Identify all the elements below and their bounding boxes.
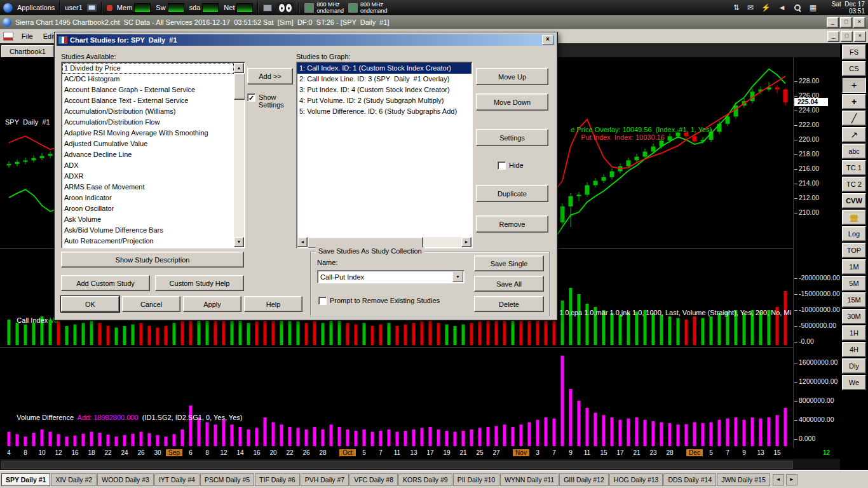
available-study-item[interactable]: Accumulation/Distribution (Williams) xyxy=(62,106,234,117)
tool-calendar-icon[interactable]: ▦ xyxy=(842,210,866,225)
tool-tf-we-button[interactable]: We xyxy=(842,375,866,390)
delete-button[interactable]: Delete xyxy=(474,296,544,312)
combobox-dropdown-icon[interactable]: ▼ xyxy=(452,271,463,282)
available-study-item[interactable]: AC/DC Histogram xyxy=(62,74,234,85)
apply-button[interactable]: Apply xyxy=(183,296,241,312)
chart-tab-11[interactable]: WYNN Daily #11 xyxy=(500,473,559,486)
chart-tab-12[interactable]: GIII Daily #12 xyxy=(559,473,609,486)
tool-log-button[interactable]: Log xyxy=(842,226,866,241)
graph-study-item[interactable]: 4: Put Volume. ID: 2 (Study Subgraph Mul… xyxy=(297,95,471,106)
scrollbar-thumb[interactable] xyxy=(234,73,245,100)
available-study-item[interactable]: Account Balance Text - External Service xyxy=(62,95,234,106)
available-study-item[interactable]: 1 Divided by Price xyxy=(62,63,234,74)
scroll-left-arrow[interactable]: ◄ xyxy=(297,237,308,247)
chart-tab-14[interactable]: DDS Daily #14 xyxy=(663,473,716,486)
cpu-frequency-applet-1[interactable]: 800 MHzondemand xyxy=(304,1,344,14)
minimize-button[interactable]: _ xyxy=(827,17,839,28)
available-study-item[interactable]: Account Balance Graph - External Service xyxy=(62,85,234,95)
save-single-button[interactable]: Save Single xyxy=(474,255,544,271)
available-study-item[interactable]: Adjusted Cumulative Value xyxy=(62,139,234,149)
tool-plus-tool-icon[interactable]: + xyxy=(842,94,866,109)
graph-study-item[interactable]: 1: Call Index. ID: 1 (Custom Stock Index… xyxy=(297,63,471,74)
tool-tc1-button[interactable]: TC 1 xyxy=(842,160,866,175)
chart-window-icon[interactable] xyxy=(3,32,13,41)
available-study-item[interactable]: Aroon Indicator xyxy=(62,193,234,203)
chart-tab-6[interactable]: TIF Daily #6 xyxy=(255,473,300,486)
window-titlebar[interactable]: Sierra Chart 1495 Chartbook2.cht SC Data… xyxy=(0,15,868,29)
graph-list-hscrollbar[interactable]: ◄ ► xyxy=(297,237,471,247)
child-minimize-button[interactable]: _ xyxy=(827,31,839,42)
tool-tf-1h-button[interactable]: 1H xyxy=(842,325,866,341)
available-study-item[interactable]: Aroon Oscillator xyxy=(62,203,234,214)
tool-tf-4h-button[interactable]: 4H xyxy=(842,342,866,357)
show-settings-checkbox[interactable]: ✓ Show Settings xyxy=(247,93,293,109)
maximize-button[interactable]: □ xyxy=(840,17,852,28)
available-study-item[interactable]: Ask Volume xyxy=(62,214,234,225)
studies-to-graph-list[interactable]: 1: Call Index. ID: 1 (Custom Stock Index… xyxy=(296,62,473,248)
chart-tab-3[interactable]: WOOD Daily #3 xyxy=(97,473,154,486)
chart-tab-1[interactable]: SPY Daily #1 xyxy=(1,473,50,486)
tool-tf-dly-button[interactable]: Dly xyxy=(842,358,866,374)
available-study-item[interactable]: ARMS Ease of Movement xyxy=(62,182,234,193)
available-study-item[interactable]: Advance Decline Line xyxy=(62,149,234,160)
ok-button[interactable]: OK xyxy=(61,296,119,312)
scroll-down-arrow[interactable]: ▼ xyxy=(234,237,244,247)
graph-study-item[interactable]: 2: Call Index Line. ID: 3 (SPY Daily #1 … xyxy=(297,74,471,85)
applications-icon[interactable] xyxy=(3,3,13,13)
chartbook-tab[interactable]: Chartbook1 xyxy=(1,45,54,57)
swap-arrows-icon[interactable]: ⇅ xyxy=(733,3,740,12)
collection-name-combobox[interactable]: Call-Put Index ▼ xyxy=(317,270,465,283)
tool-cs-button[interactable]: CS xyxy=(842,61,866,76)
power-icon[interactable]: ⚡ xyxy=(761,3,771,12)
user-monitor-icon[interactable] xyxy=(87,4,97,11)
tool-tf-5m-button[interactable]: 5M xyxy=(842,276,866,291)
tool-cvw-button[interactable]: CVW xyxy=(842,193,866,208)
graph-study-item[interactable]: 5: Volume Difference. ID: 6 (Study Subgr… xyxy=(297,106,471,117)
graph-study-item[interactable]: 3: Put Index. ID: 4 (Custom Stock Index … xyxy=(297,85,471,95)
tool-text-tool-button[interactable]: abc xyxy=(842,144,866,159)
chart-tab-15[interactable]: JWN Daily #15 xyxy=(717,473,770,486)
child-restore-button[interactable]: □ xyxy=(841,31,853,42)
tool-fs-button[interactable]: FS xyxy=(842,44,866,60)
volume-icon[interactable]: ◄ xyxy=(778,3,786,12)
available-study-item[interactable]: ADX xyxy=(62,160,234,171)
search-icon[interactable] xyxy=(794,4,802,12)
tool-tf-15m-button[interactable]: 15M xyxy=(842,292,866,308)
save-all-button[interactable]: Save All xyxy=(474,276,544,292)
tool-tf-30m-button[interactable]: 30M xyxy=(842,309,866,324)
keyboard-icon[interactable]: ▦ xyxy=(810,3,817,12)
help-button[interactable]: Help xyxy=(244,296,302,312)
scroll-up-arrow[interactable]: ▲ xyxy=(234,63,244,73)
chart-tab-2[interactable]: XIV Daily #2 xyxy=(51,473,97,486)
chart-tab-7[interactable]: PVH Daily #7 xyxy=(301,473,349,486)
hscrollbar-thumb[interactable] xyxy=(1,461,793,469)
applications-menu[interactable]: Applications xyxy=(17,4,55,11)
available-study-item[interactable]: Auto Retracement/Projection xyxy=(62,236,234,247)
add-study-button[interactable]: Add >> xyxy=(247,68,293,85)
studies-available-list[interactable]: 1 Divided by PriceAC/DC HistogramAccount… xyxy=(61,62,245,248)
available-study-item[interactable]: Ask/Bid Volume Difference Bars xyxy=(62,225,234,236)
price-scale[interactable]: 228.00226.00224.00222.00220.00218.00216.… xyxy=(793,57,840,448)
chart-tab-9[interactable]: KORS Daily #9 xyxy=(398,473,452,486)
move-down-button[interactable]: Move Down xyxy=(476,93,548,111)
cancel-button[interactable]: Cancel xyxy=(122,296,180,312)
dialog-close-button[interactable]: × xyxy=(542,35,553,45)
chart-tab-8[interactable]: VFC Daily #8 xyxy=(349,473,398,486)
chart-tab-13[interactable]: HOG Daily #13 xyxy=(609,473,663,486)
duplicate-button[interactable]: Duplicate xyxy=(476,185,548,202)
tool-tf-1m-button[interactable]: 1M xyxy=(842,259,866,274)
mail-icon[interactable]: ✉ xyxy=(747,3,754,12)
disk-icon[interactable] xyxy=(263,4,272,11)
tool-arrow-line-icon[interactable]: ↗ xyxy=(842,127,866,142)
indicator-icon[interactable] xyxy=(107,5,112,11)
menu-file[interactable]: File xyxy=(17,31,38,41)
available-study-item[interactable]: Adaptive RSI Moving Average With Smoothi… xyxy=(62,128,234,139)
child-close-button[interactable]: × xyxy=(854,31,866,42)
tool-crosshair-icon[interactable]: + xyxy=(842,78,866,93)
chart-tab-10[interactable]: PII Daily #10 xyxy=(453,473,500,486)
chart-hscrollbar[interactable] xyxy=(0,459,868,470)
chart-tab-4[interactable]: IYT Daily #4 xyxy=(154,473,200,486)
tabs-scroll-right[interactable]: ► xyxy=(786,474,797,485)
move-up-button[interactable]: Move Up xyxy=(476,68,548,85)
chart-tab-5[interactable]: PSCM Daily #5 xyxy=(200,473,254,486)
